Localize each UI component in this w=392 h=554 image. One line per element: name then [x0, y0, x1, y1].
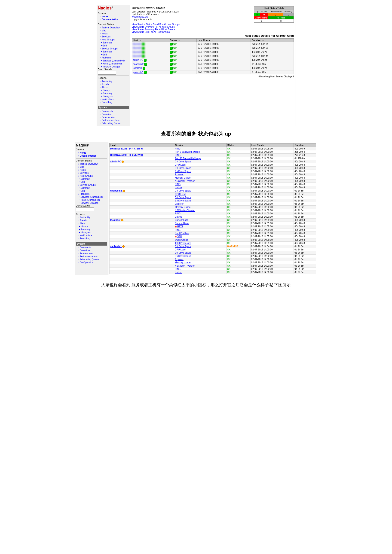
svc-name-link[interactable]: Current Users — [175, 222, 189, 225]
sidebar-item-summary1[interactable]: • Summary — [98, 41, 129, 44]
b-quick-search-input[interactable] — [76, 208, 94, 211]
b-sidebar-hosts[interactable]: ○ Hosts — [76, 168, 107, 171]
sidebar-item-downtime[interactable]: ○ Downtime — [98, 113, 129, 116]
col-lastcheck[interactable]: Last Check ↑↓ — [197, 39, 251, 42]
svc-col-service[interactable]: Service — [174, 144, 226, 147]
b-sidebar-home[interactable]: ○ Home — [76, 151, 107, 154]
svc-name-link[interactable]: Uptime — [175, 186, 182, 189]
b-sidebar-docs[interactable]: ○ Documentation — [76, 154, 107, 157]
svc-name-link[interactable]: Explorer — [175, 258, 183, 261]
sidebar-item-hostgroups[interactable]: ○ Host Groups — [98, 38, 129, 41]
b-sidebar-notifications[interactable]: ○ Notifications — [76, 234, 107, 237]
sidebar-item-availability[interactable]: ○ Availability — [98, 80, 129, 83]
b-sidebar-grid1[interactable]: • Grid — [76, 180, 107, 183]
b-sidebar-netout[interactable]: • Network Outages — [76, 201, 107, 204]
b-sidebar-histogram[interactable]: • Histogram — [76, 231, 107, 234]
b-sidebar-hostgroups[interactable]: ○ Host Groups — [76, 174, 107, 177]
b-sidebar-summary1[interactable]: • Summary — [76, 177, 107, 180]
all-problems-val[interactable]: 0 — [254, 19, 268, 23]
all-types-val[interactable]: 8 — [268, 19, 294, 23]
b-sidebar-alerts[interactable]: ○ Alerts — [76, 222, 107, 225]
svc-name-link[interactable]: Total Processes — [175, 242, 191, 244]
col-duration[interactable]: Duration ↑↓ — [251, 39, 294, 42]
svc-host-link[interactable]: localhost — [110, 219, 120, 221]
svc-name-link[interactable]: Root Partition — [175, 232, 189, 235]
sidebar-item-grid1[interactable]: • Grid — [98, 44, 129, 47]
svc-col-status[interactable]: Status — [226, 144, 250, 147]
svc-name-link[interactable]: Current Load — [175, 219, 188, 221]
host-link[interactable]: daoboshi2 — [133, 63, 144, 65]
svc-name-link[interactable]: D:\ Drive Space — [175, 167, 191, 169]
b-sidebar-comments[interactable]: ○ Comments — [76, 246, 107, 249]
host-link[interactable]: blurred4 — [133, 55, 141, 57]
sidebar-item-alerts[interactable]: ○ Alerts — [98, 86, 129, 89]
b-sidebar-summary2[interactable]: • Summary — [76, 187, 107, 189]
svc-name-link[interactable]: Explorer — [175, 173, 183, 176]
sidebar-item-notifications[interactable]: ○ Notifications — [98, 98, 129, 101]
svc-name-link[interactable]: CPU Load — [175, 248, 186, 251]
b-sidebar-map[interactable]: ○ Map — [76, 166, 107, 168]
svc-name-link[interactable]: C:\ Drive Space — [175, 189, 191, 192]
b-sidebar-grid2[interactable]: • Grid — [76, 189, 107, 193]
sidebar-item-trends[interactable]: ○ Trends — [98, 83, 129, 86]
link-status-overview[interactable]: View Status Overview For All host Groups — [132, 26, 294, 28]
sidebar-item-eventlog[interactable]: ○ Event Log — [98, 101, 129, 104]
svc-name-link[interactable]: CPU Load — [175, 164, 186, 166]
host-link[interactable]: blurred2 — [133, 47, 141, 49]
b-sidebar-trends[interactable]: ○ Trends — [76, 219, 107, 222]
sidebar-item-histogram[interactable]: • Histogram — [98, 95, 129, 98]
svc-col-duration[interactable]: Duration — [294, 144, 316, 147]
sidebar-item-svcgroups[interactable]: ○ Service Groups — [98, 47, 129, 50]
sidebar-item-tactical[interactable]: ○ Tactical Overview — [98, 26, 129, 29]
host-link[interactable]: yanboshi1 — [133, 71, 144, 73]
svc-name-link[interactable]: Memory Usage — [175, 206, 191, 208]
svc-name-link[interactable]: NSClient++ Version — [175, 180, 195, 182]
svc-host-link[interactable]: yanboshi1 — [110, 245, 122, 248]
b-sidebar-eventlog[interactable]: ○ Event Log — [76, 237, 107, 240]
b-sidebar-schedqueue[interactable]: ○ Scheduling Queue — [76, 258, 107, 261]
svc-col-host[interactable]: Host — [110, 144, 174, 147]
svc-name-link[interactable]: Uptime — [175, 215, 182, 218]
sidebar-item-problems[interactable]: ○ Problems — [98, 56, 129, 59]
svc-name-link[interactable]: PING — [175, 147, 181, 150]
sidebar-item-schedqueue[interactable]: ○ Scheduling Queue — [98, 122, 129, 125]
svc-name-link[interactable]: E:\ Drive Space — [175, 199, 191, 202]
svc-name-link[interactable]: Port 10 Bandwidth Usage — [175, 157, 201, 160]
b-sidebar-config[interactable]: ○ Configuration — [76, 261, 107, 264]
sidebar-item-svc-unhandled[interactable]: • Services (Unhandled) — [98, 59, 129, 62]
svc-name-link[interactable]: PING — [175, 183, 181, 186]
link-status-grid[interactable]: View Status Grid For All Host Groups — [132, 31, 294, 33]
link-status-summary[interactable]: View Status Summary For All Host Groups — [132, 28, 294, 31]
b-sidebar-summary3[interactable]: • Summary — [76, 228, 107, 231]
sidebar-item-map[interactable]: ○ Map — [98, 29, 129, 32]
svc-name-link[interactable]: Explorer — [175, 203, 183, 205]
b-sidebar-downtime[interactable]: ○ Downtime — [76, 249, 107, 252]
svc-name-link[interactable]: SSH — [177, 235, 182, 238]
svc-name-link[interactable]: NSClient++ Version — [175, 209, 195, 212]
b-sidebar-host-unhandled[interactable]: • Hosts (Unhandled) — [76, 198, 107, 201]
quick-search-input[interactable] — [98, 71, 116, 75]
b-sidebar-processinfo[interactable]: ○ Process Info — [76, 252, 107, 255]
sidebar-item-processinfo[interactable]: ○ Process Info — [98, 116, 129, 119]
host-link[interactable]: localhost — [133, 67, 142, 69]
sidebar-item-summary3[interactable]: • Summary — [98, 92, 129, 95]
sidebar-item-hosts[interactable]: ○ Hosts — [98, 32, 129, 35]
svc-name-link[interactable]: HTTP — [177, 225, 183, 228]
svc-name-link[interactable]: Memory Usage — [175, 261, 191, 264]
svc-col-lastcheck[interactable]: Last Check — [250, 144, 294, 147]
b-sidebar-availability[interactable]: ○ Availability — [76, 216, 107, 219]
link-service-status[interactable]: View Service Status Detail For All Host … — [132, 23, 294, 26]
svc-name-link[interactable]: PING — [175, 229, 181, 231]
svc-host-link[interactable]: admin-PC — [110, 160, 121, 163]
sidebar-item-docs[interactable]: ○ Documentation — [98, 18, 129, 21]
sidebar-item-home[interactable]: ○ Home — [98, 15, 129, 18]
b-sidebar-problems[interactable]: ○ Problems — [76, 193, 107, 195]
b-sidebar-history[interactable]: • History — [76, 225, 107, 228]
svc-name-link[interactable]: PING — [175, 268, 181, 270]
svc-host-link[interactable]: DH-BGW-5720S_S47_C-SW-H — [110, 147, 143, 150]
svc-name-link[interactable]: Uptime — [175, 271, 182, 274]
hst-val-pending[interactable]: 0 — [283, 13, 294, 16]
sidebar-item-history[interactable]: • History — [98, 89, 129, 92]
all-types-header[interactable]: All Types — [268, 16, 294, 19]
sidebar-item-summary2[interactable]: • Summary — [98, 50, 129, 53]
